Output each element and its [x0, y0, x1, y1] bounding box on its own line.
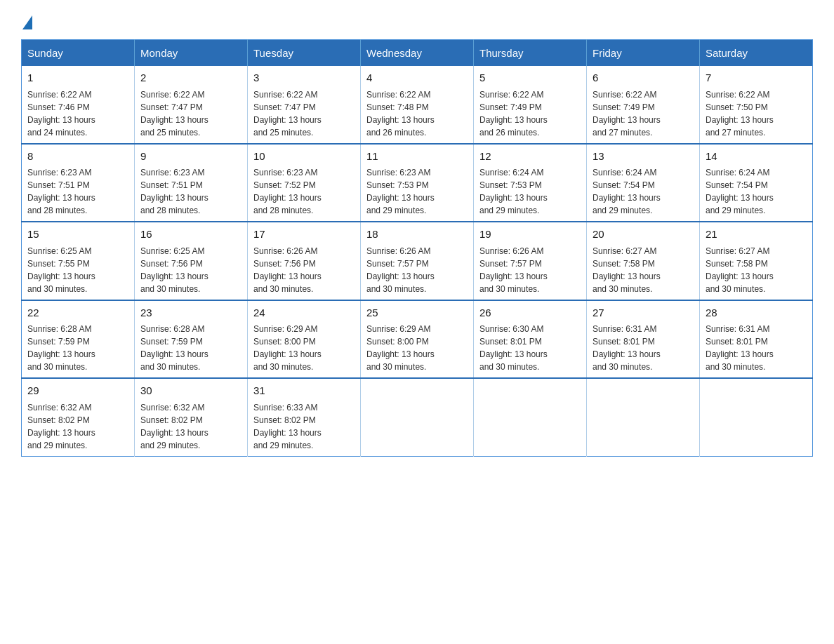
calendar-cell: 19 Sunrise: 6:26 AMSunset: 7:57 PMDaylig…: [474, 222, 587, 300]
calendar-cell: 1 Sunrise: 6:22 AMSunset: 7:46 PMDayligh…: [22, 66, 135, 144]
day-number: 6: [593, 70, 694, 86]
day-info: Sunrise: 6:31 AMSunset: 8:01 PMDaylight:…: [706, 324, 774, 372]
calendar-cell: 26 Sunrise: 6:30 AMSunset: 8:01 PMDaylig…: [474, 300, 587, 379]
calendar-cell: 24 Sunrise: 6:29 AMSunset: 8:00 PMDaylig…: [248, 300, 361, 379]
weekday-header-tuesday: Tuesday: [248, 40, 361, 67]
calendar-cell: 3 Sunrise: 6:22 AMSunset: 7:47 PMDayligh…: [248, 66, 361, 144]
day-info: Sunrise: 6:26 AMSunset: 7:57 PMDaylight:…: [366, 246, 435, 294]
week-row-5: 29 Sunrise: 6:32 AMSunset: 8:02 PMDaylig…: [22, 378, 813, 456]
day-number: 20: [593, 227, 694, 243]
day-info: Sunrise: 6:22 AMSunset: 7:48 PMDaylight:…: [366, 90, 435, 137]
calendar-cell: 18 Sunrise: 6:26 AMSunset: 7:57 PMDaylig…: [361, 222, 474, 300]
day-info: Sunrise: 6:23 AMSunset: 7:52 PMDaylight:…: [253, 168, 322, 215]
day-info: Sunrise: 6:27 AMSunset: 7:58 PMDaylight:…: [593, 246, 661, 294]
day-number: 25: [366, 305, 468, 321]
day-info: Sunrise: 6:22 AMSunset: 7:49 PMDaylight:…: [593, 90, 661, 137]
day-number: 14: [706, 149, 807, 165]
day-info: Sunrise: 6:32 AMSunset: 8:02 PMDaylight:…: [27, 403, 95, 450]
calendar-cell: 27 Sunrise: 6:31 AMSunset: 8:01 PMDaylig…: [587, 300, 700, 379]
day-number: 30: [140, 383, 241, 399]
week-row-3: 15 Sunrise: 6:25 AMSunset: 7:55 PMDaylig…: [22, 222, 813, 300]
weekday-header-friday: Friday: [587, 40, 700, 67]
calendar-cell: 11 Sunrise: 6:23 AMSunset: 7:53 PMDaylig…: [361, 144, 474, 222]
day-info: Sunrise: 6:24 AMSunset: 7:53 PMDaylight:…: [479, 168, 548, 215]
day-info: Sunrise: 6:22 AMSunset: 7:50 PMDaylight:…: [706, 90, 774, 137]
calendar-cell: 14 Sunrise: 6:24 AMSunset: 7:54 PMDaylig…: [700, 144, 813, 222]
day-number: 13: [593, 149, 694, 165]
calendar-cell: 8 Sunrise: 6:23 AMSunset: 7:51 PMDayligh…: [22, 144, 135, 222]
calendar-cell: 7 Sunrise: 6:22 AMSunset: 7:50 PMDayligh…: [700, 66, 813, 144]
weekday-header-thursday: Thursday: [474, 40, 587, 67]
day-info: Sunrise: 6:24 AMSunset: 7:54 PMDaylight:…: [706, 168, 774, 215]
day-number: 19: [479, 227, 581, 243]
day-info: Sunrise: 6:28 AMSunset: 7:59 PMDaylight:…: [140, 324, 208, 372]
calendar-cell: 5 Sunrise: 6:22 AMSunset: 7:49 PMDayligh…: [474, 66, 587, 144]
day-number: 4: [366, 70, 468, 86]
page-header: [21, 14, 813, 25]
calendar-cell: 16 Sunrise: 6:25 AMSunset: 7:56 PMDaylig…: [135, 222, 248, 300]
day-number: 10: [253, 149, 355, 165]
day-info: Sunrise: 6:25 AMSunset: 7:55 PMDaylight:…: [27, 246, 95, 294]
day-info: Sunrise: 6:23 AMSunset: 7:53 PMDaylight:…: [366, 168, 435, 215]
calendar-cell: 21 Sunrise: 6:27 AMSunset: 7:58 PMDaylig…: [700, 222, 813, 300]
calendar-cell: 15 Sunrise: 6:25 AMSunset: 7:55 PMDaylig…: [22, 222, 135, 300]
logo: [21, 14, 35, 25]
calendar-cell: 17 Sunrise: 6:26 AMSunset: 7:56 PMDaylig…: [248, 222, 361, 300]
day-number: 1: [27, 70, 128, 86]
calendar-cell: 20 Sunrise: 6:27 AMSunset: 7:58 PMDaylig…: [587, 222, 700, 300]
weekday-header-monday: Monday: [135, 40, 248, 67]
calendar-cell: [700, 378, 813, 456]
day-info: Sunrise: 6:26 AMSunset: 7:57 PMDaylight:…: [479, 246, 548, 294]
week-row-2: 8 Sunrise: 6:23 AMSunset: 7:51 PMDayligh…: [22, 144, 813, 222]
day-number: 27: [593, 305, 694, 321]
calendar-cell: [474, 378, 587, 456]
week-row-4: 22 Sunrise: 6:28 AMSunset: 7:59 PMDaylig…: [22, 300, 813, 379]
day-number: 2: [140, 70, 241, 86]
day-info: Sunrise: 6:22 AMSunset: 7:47 PMDaylight:…: [253, 90, 322, 137]
day-info: Sunrise: 6:23 AMSunset: 7:51 PMDaylight:…: [27, 168, 95, 215]
day-number: 29: [27, 383, 128, 399]
day-info: Sunrise: 6:24 AMSunset: 7:54 PMDaylight:…: [593, 168, 661, 215]
calendar-cell: 9 Sunrise: 6:23 AMSunset: 7:51 PMDayligh…: [135, 144, 248, 222]
logo-triangle-icon: [22, 15, 32, 29]
day-number: 17: [253, 227, 355, 243]
calendar-cell: 12 Sunrise: 6:24 AMSunset: 7:53 PMDaylig…: [474, 144, 587, 222]
day-number: 22: [27, 305, 128, 321]
day-info: Sunrise: 6:22 AMSunset: 7:47 PMDaylight:…: [140, 90, 208, 137]
day-info: Sunrise: 6:28 AMSunset: 7:59 PMDaylight:…: [27, 324, 95, 372]
day-number: 7: [706, 70, 807, 86]
day-info: Sunrise: 6:31 AMSunset: 8:01 PMDaylight:…: [593, 324, 661, 372]
day-info: Sunrise: 6:26 AMSunset: 7:56 PMDaylight:…: [253, 246, 322, 294]
day-info: Sunrise: 6:27 AMSunset: 7:58 PMDaylight:…: [706, 246, 774, 294]
calendar-cell: 2 Sunrise: 6:22 AMSunset: 7:47 PMDayligh…: [135, 66, 248, 144]
calendar-cell: 23 Sunrise: 6:28 AMSunset: 7:59 PMDaylig…: [135, 300, 248, 379]
calendar-cell: 30 Sunrise: 6:32 AMSunset: 8:02 PMDaylig…: [135, 378, 248, 456]
day-number: 15: [27, 227, 128, 243]
day-number: 23: [140, 305, 241, 321]
day-info: Sunrise: 6:23 AMSunset: 7:51 PMDaylight:…: [140, 168, 208, 215]
weekday-header-saturday: Saturday: [700, 40, 813, 67]
day-info: Sunrise: 6:32 AMSunset: 8:02 PMDaylight:…: [140, 403, 208, 450]
calendar-cell: 4 Sunrise: 6:22 AMSunset: 7:48 PMDayligh…: [361, 66, 474, 144]
calendar-cell: [361, 378, 474, 456]
day-info: Sunrise: 6:29 AMSunset: 8:00 PMDaylight:…: [253, 324, 322, 372]
weekday-header-wednesday: Wednesday: [361, 40, 474, 67]
calendar-cell: 31 Sunrise: 6:33 AMSunset: 8:02 PMDaylig…: [248, 378, 361, 456]
day-number: 11: [366, 149, 468, 165]
calendar-table: SundayMondayTuesdayWednesdayThursdayFrid…: [21, 39, 813, 457]
calendar-cell: 29 Sunrise: 6:32 AMSunset: 8:02 PMDaylig…: [22, 378, 135, 456]
day-number: 31: [253, 383, 355, 399]
day-number: 9: [140, 149, 241, 165]
weekday-header-row: SundayMondayTuesdayWednesdayThursdayFrid…: [22, 40, 813, 67]
day-number: 12: [479, 149, 581, 165]
calendar-cell: 25 Sunrise: 6:29 AMSunset: 8:00 PMDaylig…: [361, 300, 474, 379]
day-info: Sunrise: 6:30 AMSunset: 8:01 PMDaylight:…: [479, 324, 548, 372]
day-number: 3: [253, 70, 355, 86]
calendar-cell: 28 Sunrise: 6:31 AMSunset: 8:01 PMDaylig…: [700, 300, 813, 379]
day-info: Sunrise: 6:29 AMSunset: 8:00 PMDaylight:…: [366, 324, 435, 372]
day-number: 21: [706, 227, 807, 243]
day-number: 26: [479, 305, 581, 321]
day-number: 16: [140, 227, 241, 243]
calendar-cell: [587, 378, 700, 456]
day-number: 8: [27, 149, 128, 165]
